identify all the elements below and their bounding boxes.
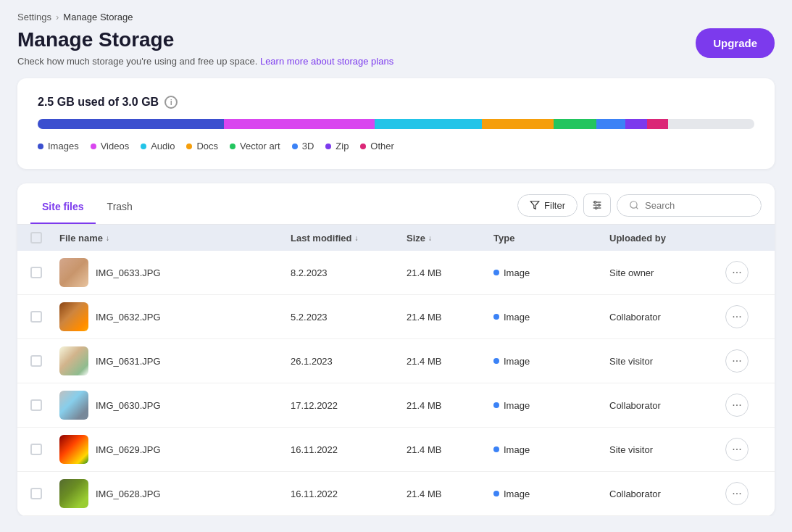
bar-segment-other [647,119,669,129]
table-row: IMG_0628.JPG 16.11.2022 21.4 MB Image Co… [17,472,775,516]
type-6: Image [493,489,609,499]
legend-dot [186,144,192,149]
th-filename[interactable]: File name ↓ [59,233,291,244]
legend-item-audio: Audio [141,141,175,151]
row-select-checkbox-4[interactable] [30,399,42,411]
modified-6: 16.11.2022 [291,489,407,499]
type-dot-1 [493,270,499,275]
legend-item-zip: Zip [325,141,349,151]
breadcrumb-current: Manage Storage [63,12,133,22]
filename-3: IMG_0631.JPG [96,356,161,367]
more-actions-1: ··· [725,261,762,284]
legend-item-vector-art: Vector art [230,141,280,151]
table-row: IMG_0629.JPG 16.11.2022 21.4 MB Image Si… [17,428,775,472]
svg-marker-0 [530,201,539,209]
size-3: 21.4 MB [407,356,493,367]
row-checkbox-4 [30,399,59,411]
svg-point-5 [598,204,600,207]
bar-segment-zip [625,119,647,129]
more-button-1[interactable]: ··· [725,261,749,284]
page-title: Manage Storage [17,28,393,51]
search-icon [629,200,639,210]
legend-item-other: Other [360,141,394,151]
page-header: Manage Storage Check how much storage yo… [0,28,792,78]
more-button-6[interactable]: ··· [725,482,749,505]
breadcrumb-separator: › [56,12,59,22]
modified-2: 5.2.2023 [291,312,407,323]
legend-dot [325,144,331,149]
tabs-row: Site files Trash Filter [17,183,775,225]
legend-dot [38,144,43,149]
size-1: 21.4 MB [407,267,493,278]
file-cell-5: IMG_0629.JPG [59,435,291,464]
uploaded-by-6: Collaborator [609,489,725,499]
sort-arrow-filename: ↓ [106,234,109,242]
row-select-checkbox-3[interactable] [30,355,42,367]
upgrade-button[interactable]: Upgrade [696,28,775,58]
modified-4: 17.12.2022 [291,400,407,411]
tune-icon [591,199,603,211]
search-input[interactable] [645,200,746,211]
row-select-checkbox-6[interactable] [30,488,42,499]
subtitle-text: Check how much storage you're using and … [17,56,260,67]
uploaded-by-2: Collaborator [609,312,725,323]
select-all-checkbox[interactable] [30,232,42,244]
modified-5: 16.11.2022 [291,444,407,455]
breadcrumb-parent[interactable]: Settings [17,12,51,22]
legend-dot [230,144,235,149]
table-header: File name ↓ Last modified ↓ Size ↓ Type … [17,225,775,251]
tab-site-files[interactable]: Site files [30,195,96,224]
info-icon[interactable]: i [164,96,178,109]
legend-dot [91,144,96,149]
tab-actions: Filter [517,194,762,224]
th-uploaded-by: Uploaded by [609,233,725,244]
row-select-checkbox-1[interactable] [30,267,42,278]
more-button-5[interactable]: ··· [725,438,749,461]
more-button-2[interactable]: ··· [725,305,749,328]
th-size[interactable]: Size ↓ [407,233,493,244]
tab-trash[interactable]: Trash [96,195,144,224]
bar-segment-3d [596,119,625,129]
svg-point-6 [595,207,597,209]
filter-button[interactable]: Filter [517,194,578,217]
legend-dot [292,144,298,149]
legend-item-3d: 3D [292,141,314,151]
more-actions-4: ··· [725,394,762,417]
row-checkbox-1 [30,267,59,278]
row-checkbox-6 [30,488,59,499]
filename-6: IMG_0628.JPG [96,489,161,499]
file-cell-1: IMG_0633.JPG [59,258,291,287]
storage-card: 2.5 GB used of 3.0 GB i ImagesVideosAudi… [17,78,775,169]
type-dot-6 [493,491,499,496]
more-button-4[interactable]: ··· [725,394,749,417]
uploaded-by-1: Site owner [609,267,725,278]
more-button-3[interactable]: ··· [725,349,749,373]
bar-segment-images [38,119,224,129]
files-card: Site files Trash Filter [17,183,775,516]
type-5: Image [493,444,609,455]
file-cell-2: IMG_0632.JPG [59,302,291,331]
table-row: IMG_0632.JPG 5.2.2023 21.4 MB Image Coll… [17,295,775,339]
table-body: IMG_0633.JPG 8.2.2023 21.4 MB Image Site… [17,251,775,516]
file-thumbnail-6 [59,479,88,508]
row-select-checkbox-5[interactable] [30,444,42,455]
filename-5: IMG_0629.JPG [96,444,161,455]
svg-line-8 [636,207,638,209]
table-row: IMG_0631.JPG 26.1.2023 21.4 MB Image Sit… [17,339,775,383]
learn-more-link[interactable]: Learn more about storage plans [260,56,393,67]
legend-item-docs: Docs [186,141,218,151]
row-checkbox-3 [30,355,59,367]
page-subtitle: Check how much storage you're using and … [17,56,393,67]
more-actions-5: ··· [725,438,762,461]
uploaded-by-5: Site visitor [609,444,725,455]
row-select-checkbox-2[interactable] [30,311,42,323]
th-modified[interactable]: Last modified ↓ [291,233,407,244]
modified-3: 26.1.2023 [291,356,407,367]
file-cell-6: IMG_0628.JPG [59,479,291,508]
type-2: Image [493,312,609,323]
tune-button[interactable] [583,194,611,217]
bar-segment-videos [224,119,375,129]
filename-4: IMG_0630.JPG [96,400,161,411]
legend-dot [360,144,366,149]
file-thumbnail-3 [59,346,88,375]
